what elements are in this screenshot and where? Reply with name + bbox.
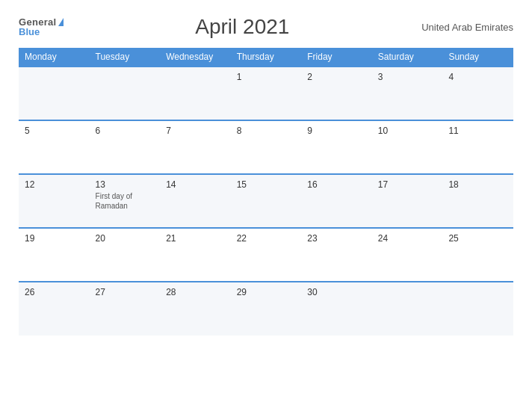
calendar-cell: 24: [372, 228, 443, 282]
calendar-cell: 1: [231, 67, 302, 120]
logo-blue-text: Blue: [19, 27, 40, 37]
day-number: 23: [307, 233, 366, 244]
calendar-cell: 18: [442, 174, 513, 228]
calendar-cell: [442, 282, 513, 336]
day-number: 17: [378, 179, 437, 190]
calendar-table: Monday Tuesday Wednesday Thursday Friday…: [19, 48, 513, 336]
col-monday: Monday: [19, 48, 90, 67]
day-number: 7: [166, 126, 225, 136]
calendar-cell: 28: [160, 282, 231, 336]
day-number: 30: [307, 287, 366, 297]
calendar-week-row: 19202122232425: [19, 228, 513, 282]
calendar-cell: 20: [90, 228, 161, 282]
calendar-cell: [160, 67, 231, 120]
calendar-cell: 5: [19, 120, 90, 174]
calendar-cell: 27: [90, 282, 161, 336]
calendar-cell: 23: [301, 228, 372, 282]
day-number: 13: [96, 179, 155, 190]
calendar-cell: 7: [160, 120, 231, 174]
calendar-cell: 10: [372, 120, 443, 174]
day-number: 9: [307, 126, 366, 136]
calendar-cell: 16: [301, 174, 372, 228]
calendar-cell: 14: [160, 174, 231, 228]
day-number: 2: [307, 72, 366, 82]
calendar-cell: 9: [301, 120, 372, 174]
calendar-week-row: 2627282930: [19, 282, 513, 336]
header: General Blue April 2021 United Arab Emir…: [19, 15, 513, 39]
day-number: 21: [166, 233, 225, 244]
calendar-cell: [372, 282, 443, 336]
day-number: 3: [378, 72, 437, 82]
calendar-cell: 21: [160, 228, 231, 282]
day-number: 10: [378, 126, 437, 136]
calendar-week-row: 1234: [19, 67, 513, 120]
calendar-cell: 12: [19, 174, 90, 228]
calendar-cell: 26: [19, 282, 90, 336]
calendar-cell: 29: [231, 282, 302, 336]
day-number: 8: [237, 126, 296, 136]
col-tuesday: Tuesday: [90, 48, 161, 67]
calendar-cell: 22: [231, 228, 302, 282]
calendar-cell: 25: [442, 228, 513, 282]
calendar-cell: 17: [372, 174, 443, 228]
country-label: United Arab Emirates: [421, 22, 513, 33]
calendar-header-row: Monday Tuesday Wednesday Thursday Friday…: [19, 48, 513, 67]
calendar-cell: 30: [301, 282, 372, 336]
calendar-cell: 11: [442, 120, 513, 174]
day-number: 15: [237, 179, 296, 190]
calendar-cell: 6: [90, 120, 161, 174]
day-number: 29: [237, 287, 296, 297]
logo: General Blue: [19, 17, 64, 37]
day-number: 19: [25, 233, 84, 244]
calendar-week-row: 1213First day of Ramadan1415161718: [19, 174, 513, 228]
day-number: 22: [237, 233, 296, 244]
day-number: 20: [96, 233, 155, 244]
page: General Blue April 2021 United Arab Emir…: [0, 0, 532, 411]
logo-triangle-icon: [58, 18, 64, 26]
calendar-cell: [19, 67, 90, 120]
day-number: 16: [307, 179, 366, 190]
col-sunday: Sunday: [442, 48, 513, 67]
calendar-cell: 8: [231, 120, 302, 174]
col-friday: Friday: [301, 48, 372, 67]
day-number: 18: [448, 179, 507, 190]
day-number: 6: [96, 126, 155, 136]
day-number: 4: [448, 72, 507, 82]
day-number: 11: [448, 126, 507, 136]
day-event: First day of Ramadan: [96, 191, 155, 211]
calendar-title: April 2021: [64, 15, 422, 39]
day-number: 26: [25, 287, 84, 297]
col-saturday: Saturday: [372, 48, 443, 67]
calendar-cell: 19: [19, 228, 90, 282]
day-number: 1: [237, 72, 296, 82]
calendar-cell: 2: [301, 67, 372, 120]
col-wednesday: Wednesday: [160, 48, 231, 67]
day-number: 12: [25, 179, 84, 190]
calendar-cell: 13First day of Ramadan: [90, 174, 161, 228]
day-number: 5: [25, 126, 84, 136]
day-number: 28: [166, 287, 225, 297]
calendar-cell: 3: [372, 67, 443, 120]
calendar-cell: 15: [231, 174, 302, 228]
day-number: 14: [166, 179, 225, 190]
day-number: 27: [96, 287, 155, 297]
calendar-cell: [90, 67, 161, 120]
day-number: 25: [448, 233, 507, 244]
col-thursday: Thursday: [231, 48, 302, 67]
day-number: 24: [378, 233, 437, 244]
calendar-cell: 4: [442, 67, 513, 120]
calendar-week-row: 567891011: [19, 120, 513, 174]
